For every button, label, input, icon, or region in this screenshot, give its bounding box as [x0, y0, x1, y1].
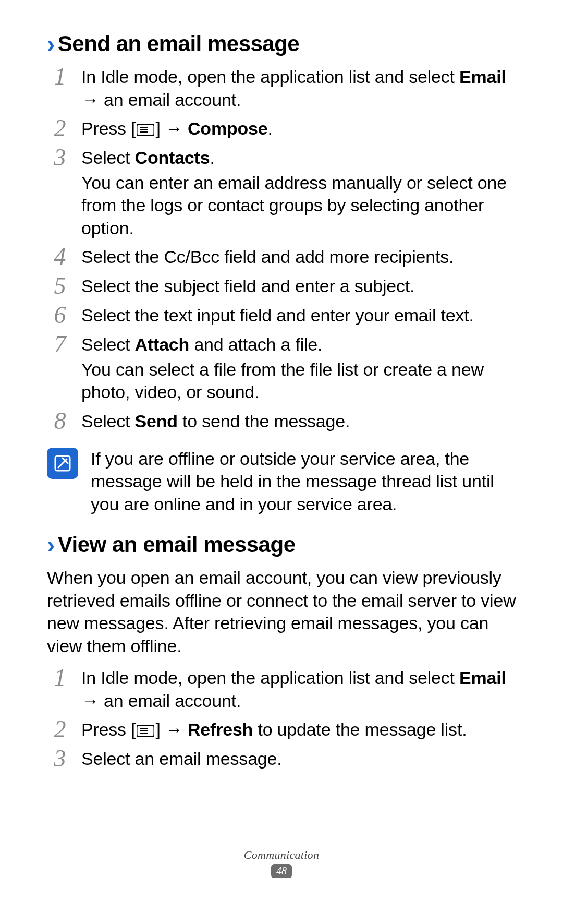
step: 6Select the text input field and enter y…: [47, 304, 516, 327]
step-number: 2: [47, 717, 73, 741]
step-extra: You can enter an email address manually …: [81, 172, 516, 240]
step-body: Press [] → Refresh to update the message…: [81, 718, 516, 741]
chevron-icon: ›: [47, 533, 55, 557]
step-number: 4: [47, 245, 73, 269]
step-text: Press [] → Refresh to update the message…: [81, 718, 516, 741]
step-body: Press [] → Compose.: [81, 117, 516, 140]
step-body: Select Attach and attach a file.You can …: [81, 333, 516, 404]
step-body: In Idle mode, open the application list …: [81, 667, 516, 712]
step-body: Select Send to send the message.: [81, 410, 516, 433]
step-number: 3: [47, 747, 73, 771]
page: › Send an email message 1In Idle mode, o…: [0, 0, 563, 924]
step-text: Press [] → Compose.: [81, 117, 516, 140]
step-body: Select the text input field and enter yo…: [81, 304, 516, 327]
step-text: In Idle mode, open the application list …: [81, 667, 516, 712]
step: 3Select an email message.: [47, 748, 516, 771]
step: 3Select Contacts.You can enter an email …: [47, 147, 516, 239]
footer-section-label: Communication: [0, 848, 563, 862]
heading-view-email: › View an email message: [47, 532, 516, 557]
step: 8Select Send to send the message.: [47, 410, 516, 433]
step: 7Select Attach and attach a file.You can…: [47, 333, 516, 404]
step-body: Select the subject field and enter a sub…: [81, 275, 516, 298]
step-body: Select the Cc/Bcc field and add more rec…: [81, 246, 516, 269]
step-text: Select Send to send the message.: [81, 410, 516, 433]
step-text: In Idle mode, open the application list …: [81, 66, 516, 111]
steps-send-email: 1In Idle mode, open the application list…: [47, 66, 516, 433]
page-number: 48: [271, 864, 292, 878]
chevron-icon: ›: [47, 32, 55, 56]
step-extra: You can select a file from the file list…: [81, 358, 516, 404]
step-number: 3: [47, 146, 73, 170]
step-text: Select an email message.: [81, 748, 516, 771]
step-number: 5: [47, 274, 73, 298]
note-icon: [47, 448, 78, 479]
step: 2Press [] → Compose.: [47, 117, 516, 140]
heading-send-email-text: Send an email message: [58, 31, 299, 56]
step: 5Select the subject field and enter a su…: [47, 275, 516, 298]
step: 2Press [] → Refresh to update the messag…: [47, 718, 516, 741]
step-number: 1: [47, 666, 73, 690]
step-number: 7: [47, 332, 73, 356]
step-number: 8: [47, 409, 73, 433]
step-body: Select an email message.: [81, 748, 516, 771]
heading-send-email: › Send an email message: [47, 31, 516, 56]
menu-icon: [137, 124, 154, 136]
page-footer: Communication 48: [0, 848, 563, 878]
step-text: Select Attach and attach a file.: [81, 333, 516, 356]
step-number: 1: [47, 65, 73, 89]
step-body: In Idle mode, open the application list …: [81, 66, 516, 111]
step-number: 2: [47, 116, 73, 140]
step-number: 6: [47, 303, 73, 327]
menu-icon: [137, 725, 154, 737]
step: 4Select the Cc/Bcc field and add more re…: [47, 246, 516, 269]
step-text: Select the subject field and enter a sub…: [81, 275, 516, 298]
step: 1In Idle mode, open the application list…: [47, 667, 516, 712]
heading-view-email-text: View an email message: [58, 532, 296, 557]
note-text: If you are offline or outside your servi…: [91, 448, 516, 516]
note-block: If you are offline or outside your servi…: [47, 448, 516, 516]
steps-view-email: 1In Idle mode, open the application list…: [47, 667, 516, 771]
step-body: Select Contacts.You can enter an email a…: [81, 147, 516, 239]
step-text: Select the Cc/Bcc field and add more rec…: [81, 246, 516, 269]
step-text: Select Contacts.: [81, 147, 516, 170]
step: 1In Idle mode, open the application list…: [47, 66, 516, 111]
step-text: Select the text input field and enter yo…: [81, 304, 516, 327]
intro-view-email: When you open an email account, you can …: [47, 567, 516, 657]
